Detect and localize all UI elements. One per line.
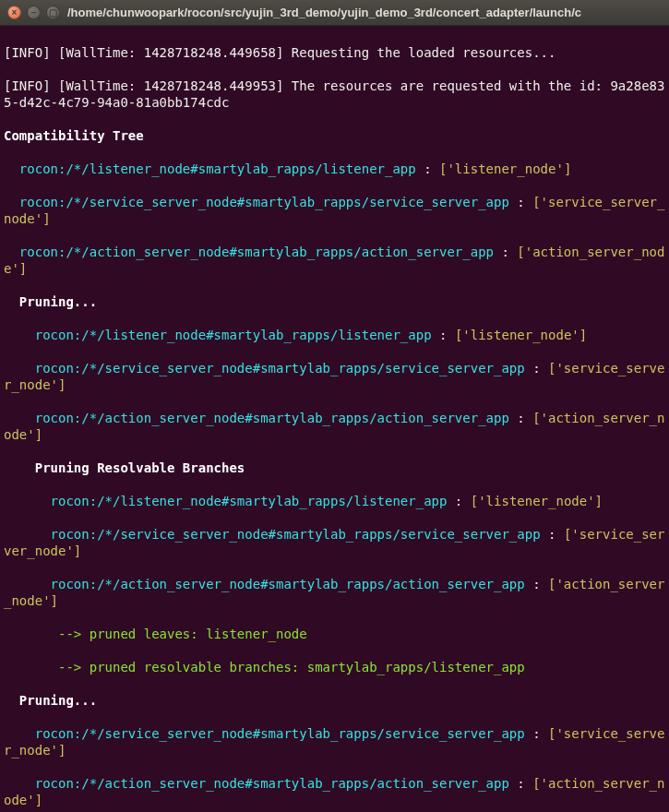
tree-item: rocon:/*/listener_node#smartylab_rapps/l… — [4, 161, 665, 177]
section-heading: Pruning... — [4, 692, 665, 709]
tree-item: rocon:/*/service_server_node#smartylab_r… — [4, 194, 665, 227]
window-controls: × – ▢ — [7, 6, 60, 19]
pruned-note: --> pruned leaves: listener_node — [4, 626, 665, 642]
tree-item: rocon:/*/action_server_node#smartylab_ra… — [4, 576, 665, 609]
resource-value: ['listener_node'] — [471, 494, 603, 508]
resource-value: ['listener_node'] — [439, 161, 571, 176]
tree-item: rocon:/*/service_server_node#smartylab_r… — [4, 725, 665, 758]
resource-uri: rocon:/*/service_server_node#smartylab_r… — [19, 195, 509, 209]
resource-uri: rocon:/*/action_server_node#smartylab_ra… — [19, 245, 494, 259]
terminal-output[interactable]: [INFO] [WallTime: 1428718248.449658] Req… — [0, 26, 669, 812]
tree-item: rocon:/*/listener_node#smartylab_rapps/l… — [4, 493, 665, 509]
tree-item: rocon:/*/listener_node#smartylab_rapps/l… — [4, 327, 665, 343]
section-heading: Compatibility Tree — [4, 127, 665, 144]
tree-item: rocon:/*/service_server_node#smartylab_r… — [4, 526, 665, 559]
resource-uri: rocon:/*/service_server_node#smartylab_r… — [35, 361, 525, 376]
log-line: [INFO] [WallTime: 1428718248.449658] Req… — [4, 44, 665, 61]
tree-item: rocon:/*/service_server_node#smartylab_r… — [4, 360, 665, 393]
tree-item: rocon:/*/action_server_node#smartylab_ra… — [4, 775, 665, 808]
close-icon[interactable]: × — [7, 6, 21, 19]
minimize-icon[interactable]: – — [27, 6, 41, 19]
resource-uri: rocon:/*/listener_node#smartylab_rapps/l… — [51, 494, 448, 508]
resource-uri: rocon:/*/action_server_node#smartylab_ra… — [51, 577, 525, 591]
window-title: /home/chunwoopark/rocon/src/yujin_3rd_de… — [67, 6, 662, 19]
window-titlebar: × – ▢ /home/chunwoopark/rocon/src/yujin_… — [0, 0, 669, 26]
resource-uri: rocon:/*/action_server_node#smartylab_ra… — [35, 411, 509, 425]
log-line: [INFO] [WallTime: 1428718248.449953] The… — [4, 78, 665, 111]
resource-uri: rocon:/*/service_server_node#smartylab_r… — [35, 726, 525, 741]
resource-uri: rocon:/*/action_server_node#smartylab_ra… — [35, 776, 509, 791]
resource-uri: rocon:/*/listener_node#smartylab_rapps/l… — [35, 328, 432, 342]
pruned-note: --> pruned resolvable branches: smartyla… — [4, 659, 665, 675]
resource-value: ['listener_node'] — [455, 328, 587, 342]
section-heading: Pruning... — [4, 293, 665, 310]
resource-uri: rocon:/*/service_server_node#smartylab_r… — [51, 527, 541, 542]
maximize-icon[interactable]: ▢ — [46, 6, 60, 19]
tree-item: rocon:/*/action_server_node#smartylab_ra… — [4, 244, 665, 277]
tree-item: rocon:/*/action_server_node#smartylab_ra… — [4, 410, 665, 443]
section-heading: Pruning Resolvable Branches — [4, 460, 665, 476]
resource-uri: rocon:/*/listener_node#smartylab_rapps/l… — [19, 161, 416, 176]
